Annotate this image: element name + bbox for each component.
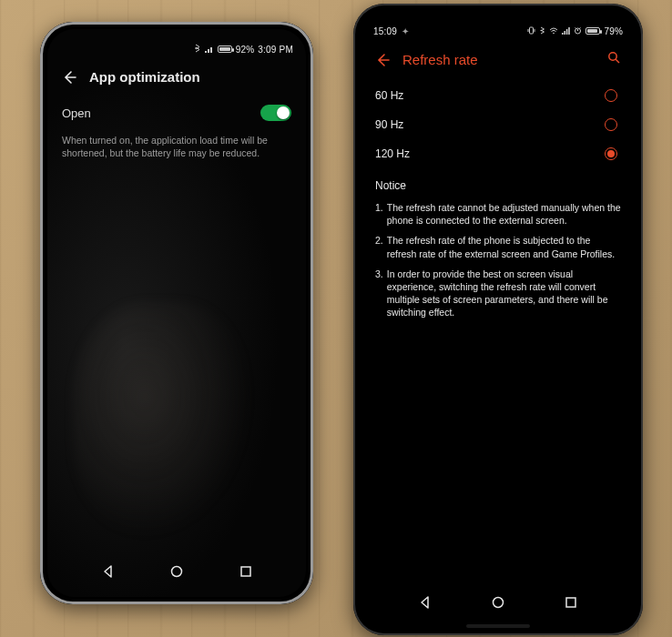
svg-rect-1 [208,49,209,53]
screen-left: 92% 3:09 PM App optimization Open When t… [47,29,306,597]
nav-home-icon[interactable] [168,563,185,580]
clock: 15:09 [373,26,397,36]
nav-back-icon[interactable] [417,594,433,611]
svg-rect-2 [210,47,212,53]
toggle-label: Open [62,106,91,120]
notice-text: The refresh rate of the phone is subject… [387,234,621,259]
search-icon[interactable] [607,51,621,68]
option-label: 60 Hz [375,89,403,102]
notice-text: The refresh rate cannot be adjusted manu… [387,201,621,227]
svg-rect-5 [530,27,534,34]
notice-item: 2. The refresh rate of the phone is subj… [373,230,623,263]
option-120hz[interactable]: 120 Hz [373,139,623,168]
clock: 3:09 PM [258,45,293,55]
svg-rect-9 [562,33,564,35]
nav-bar [47,559,306,584]
notice-heading: Notice [373,168,623,197]
option-label: 120 Hz [375,147,410,160]
svg-rect-0 [205,51,207,53]
wifi-icon [549,26,558,36]
svg-point-19 [494,598,504,608]
screen-right: 15:09 ✦ 79% Refre [361,11,636,628]
header-row: Refresh rate [373,42,623,81]
open-toggle[interactable] [260,105,291,121]
nav-bar [361,590,636,615]
speaker-bottom [466,624,530,628]
back-arrow-icon[interactable] [62,70,76,85]
signal-icon [562,26,570,36]
svg-point-3 [172,567,182,577]
nav-home-icon[interactable] [490,594,506,611]
svg-rect-20 [566,598,575,607]
phone-left: 92% 3:09 PM App optimization Open When t… [40,22,313,604]
notice-text: In order to provide the best on screen v… [387,268,621,319]
radio-icon [605,147,617,160]
radio-icon [605,118,617,131]
battery-percent: 92% [236,45,255,55]
svg-rect-12 [569,27,571,35]
svg-rect-11 [566,29,568,35]
svg-rect-10 [565,31,566,35]
status-bar: 92% 3:09 PM [60,38,293,60]
svg-line-18 [616,59,619,63]
bluetooth-icon [539,26,545,36]
radio-icon [605,89,617,102]
svg-line-16 [580,27,581,28]
svg-rect-4 [241,567,250,576]
phone-right: 15:09 ✦ 79% Refre [353,4,643,635]
vibrate-icon [527,26,535,36]
svg-point-8 [554,32,555,34]
alarm-icon [574,26,582,36]
signal-icon [205,45,214,55]
option-90hz[interactable]: 90 Hz [373,110,623,139]
svg-point-17 [609,53,616,60]
list-number: 2. [375,234,383,259]
nav-recents-icon[interactable] [238,563,254,580]
notice-item: 3. In order to provide the best on scree… [373,264,623,323]
notification-icon: ✦ [402,26,409,36]
nav-back-icon[interactable] [100,563,117,580]
nav-recents-icon[interactable] [563,594,579,611]
toggle-description: When turned on, the application load tim… [60,128,293,159]
header-row: App optimization [60,60,293,97]
toggle-row: Open [60,97,293,128]
battery-icon [218,46,232,53]
page-title: Refresh rate [402,52,478,67]
option-60hz[interactable]: 60 Hz [373,81,623,110]
svg-line-15 [575,27,576,28]
back-arrow-icon[interactable] [375,53,390,67]
list-number: 3. [375,268,383,319]
notice-item: 1. The refresh rate cannot be adjusted m… [373,197,623,230]
screen-reflection [73,302,254,541]
status-bar: 15:09 ✦ 79% [373,20,623,42]
bluetooth-icon [194,44,201,55]
page-title: App optimization [89,69,200,85]
battery-icon [585,27,600,35]
list-number: 1. [375,201,383,227]
option-label: 90 Hz [375,118,403,131]
battery-percent: 79% [604,26,623,36]
